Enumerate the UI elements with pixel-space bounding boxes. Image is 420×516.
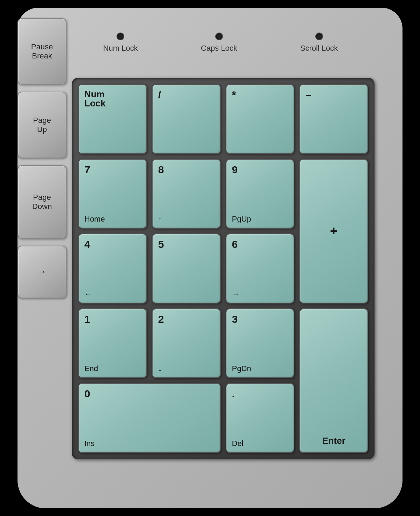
3-key[interactable]: 3 PgDn [226, 308, 295, 378]
1-key-sub: End [84, 365, 141, 372]
star-key[interactable]: * [226, 84, 295, 154]
8-key[interactable]: 8 ↑ [152, 159, 221, 229]
9-key-sub: PgUp [232, 215, 288, 223]
7-key[interactable]: 7 Home [78, 159, 147, 229]
plus-key[interactable]: + [299, 159, 368, 304]
6-key-main: 6 [232, 239, 288, 250]
0-key[interactable]: 0 Ins [78, 383, 221, 453]
minus-key[interactable]: – [299, 84, 368, 154]
page-down-key[interactable]: PageDown [18, 165, 66, 239]
enter-key[interactable]: Enter [299, 308, 368, 453]
slash-key-main: / [158, 90, 215, 100]
minus-key-main: – [306, 90, 362, 100]
2-key[interactable]: 2 ↓ [152, 308, 221, 378]
dot-key[interactable]: . Del [226, 383, 295, 453]
page-up-label: PageUp [33, 116, 51, 134]
8-key-main: 8 [158, 165, 215, 175]
scroll-lock-indicator: Scroll Lock [300, 33, 338, 53]
1-key[interactable]: 1 End [78, 308, 147, 378]
2-key-main: 2 [158, 314, 215, 325]
arrow-right-label: → [37, 266, 47, 277]
9-key-main: 9 [232, 165, 288, 175]
8-key-sub: ↑ [158, 215, 215, 223]
num-lock-key[interactable]: NumLock [78, 84, 147, 154]
numpad-grid: NumLock / * – 7 Home 8 ↑ 9 PgUp [78, 84, 368, 453]
caps-lock-label: Caps Lock [201, 44, 237, 53]
arrow-right-key[interactable]: → [18, 246, 66, 298]
scroll-lock-label: Scroll Lock [300, 44, 338, 53]
7-key-sub: Home [84, 215, 141, 223]
4-key-main: 4 [84, 239, 141, 250]
scroll-lock-led [315, 33, 323, 40]
page-up-key[interactable]: PageUp [18, 92, 66, 158]
5-key-main: 5 [158, 239, 215, 250]
page-down-label: PageDown [32, 193, 52, 211]
7-key-main: 7 [84, 165, 141, 175]
6-key[interactable]: 6 → [226, 233, 295, 304]
numpad-container: NumLock / * – 7 Home 8 ↑ 9 PgUp [72, 78, 374, 459]
enter-key-main: Enter [322, 436, 345, 445]
dot-key-main: . [232, 389, 288, 399]
2-key-sub: ↓ [158, 365, 215, 372]
0-key-sub: Ins [84, 440, 215, 447]
pause-break-label: PauseBreak [31, 42, 53, 61]
keyboard-body: PauseBreak PageUp PageDown → Num Lock Ca… [18, 8, 402, 508]
star-key-main: * [232, 90, 288, 100]
6-key-sub: → [232, 290, 288, 298]
caps-lock-led [215, 33, 223, 40]
num-lock-key-main: NumLock [84, 90, 141, 108]
num-lock-indicator: Num Lock [103, 33, 138, 53]
plus-key-main: + [330, 225, 337, 237]
left-side-keys: PauseBreak PageUp PageDown → [18, 18, 66, 298]
4-key[interactable]: 4 ← [78, 233, 147, 304]
0-key-main: 0 [84, 389, 215, 399]
caps-lock-indicator: Caps Lock [201, 33, 237, 53]
num-lock-label: Num Lock [103, 44, 138, 53]
3-key-sub: PgDn [232, 365, 288, 372]
slash-key[interactable]: / [152, 84, 221, 154]
pause-break-key[interactable]: PauseBreak [18, 18, 66, 85]
dot-key-sub: Del [232, 440, 288, 447]
9-key[interactable]: 9 PgUp [226, 159, 295, 229]
3-key-main: 3 [232, 314, 288, 325]
1-key-main: 1 [84, 314, 141, 325]
indicators-area: Num Lock Caps Lock Scroll Lock [74, 22, 368, 64]
5-key[interactable]: 5 [152, 233, 221, 304]
4-key-sub: ← [84, 290, 141, 298]
num-lock-led [117, 33, 124, 40]
